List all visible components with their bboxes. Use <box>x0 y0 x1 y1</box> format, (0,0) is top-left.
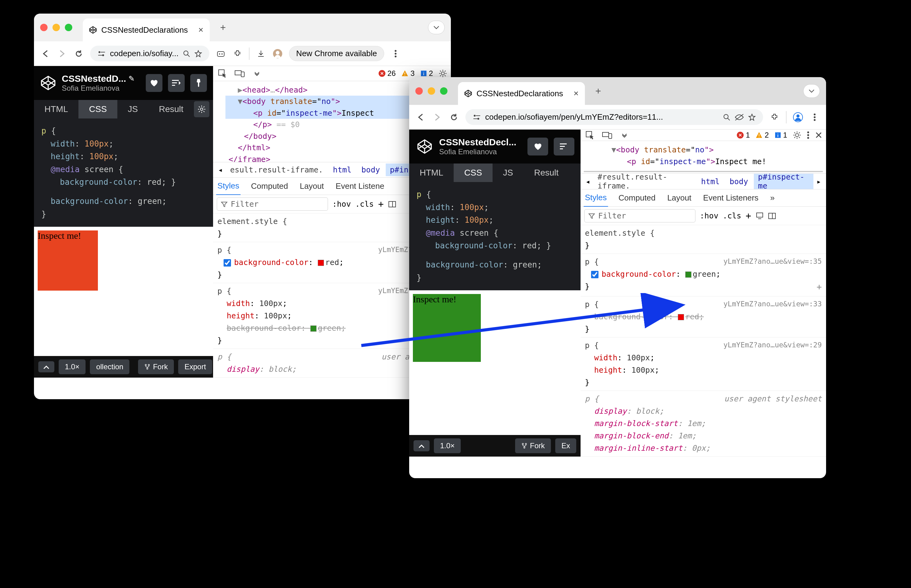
warning-badge[interactable]: 2 <box>755 131 768 139</box>
settings-list-button[interactable] <box>168 74 185 92</box>
zoom-button[interactable]: 1.0× <box>434 438 461 453</box>
browser-menu-icon[interactable] <box>809 112 820 123</box>
hov-toggle[interactable]: :hov <box>332 200 351 208</box>
collection-button[interactable]: ollection <box>90 359 130 374</box>
hov-toggle[interactable]: :hov <box>700 211 718 220</box>
more-tabs-icon[interactable] <box>619 129 630 141</box>
prop-checkbox[interactable] <box>224 259 231 267</box>
subtab-computed[interactable]: Computed <box>250 178 289 195</box>
css-editor[interactable]: p { width: 100px; height: 100px; @media … <box>409 182 580 290</box>
color-swatch-green-icon[interactable] <box>310 325 316 332</box>
color-swatch-green-icon[interactable] <box>685 271 691 278</box>
info-badge[interactable]: 1 <box>775 131 787 139</box>
console-toggle-icon[interactable] <box>38 361 54 372</box>
breadcrumb-iframe[interactable]: #result.result-iframe. <box>593 173 695 189</box>
tab-overflow-icon[interactable] <box>803 84 820 98</box>
subtab-events[interactable]: Event Listene <box>334 178 386 195</box>
error-badge[interactable]: 26 <box>378 69 396 78</box>
tab-result[interactable]: Result <box>149 100 194 118</box>
browser-tab[interactable]: CSSNestedDeclarations × <box>458 82 585 105</box>
profile-icon[interactable] <box>793 112 803 123</box>
emulate-icon[interactable] <box>756 212 764 220</box>
export-button[interactable]: Export <box>178 359 212 374</box>
subtab-more-icon[interactable]: » <box>769 189 776 207</box>
subtab-styles[interactable]: Styles <box>584 189 608 207</box>
warning-badge[interactable]: 3 <box>401 69 415 78</box>
back-icon[interactable] <box>415 112 426 123</box>
minimize-window-icon[interactable] <box>52 24 60 31</box>
css-editor[interactable]: p { width: 100px; height: 100px; @media … <box>34 118 213 227</box>
layout-sidebar-icon[interactable] <box>388 201 396 208</box>
add-prop-icon[interactable]: + <box>817 280 822 294</box>
edit-icon[interactable]: ✎ <box>128 74 135 83</box>
reload-icon[interactable] <box>73 48 84 59</box>
new-tab-icon[interactable]: + <box>595 86 601 97</box>
tab-result[interactable]: Result <box>524 163 569 182</box>
zoom-icon[interactable] <box>183 50 190 57</box>
subtab-layout[interactable]: Layout <box>298 178 325 195</box>
download-icon[interactable] <box>256 48 266 59</box>
pin-button[interactable] <box>190 74 207 92</box>
settings-list-button[interactable] <box>554 137 574 155</box>
extensions-icon[interactable] <box>232 48 243 59</box>
more-tabs-icon[interactable] <box>251 68 263 79</box>
browser-tab[interactable]: CSSNestedDeclarations × <box>83 18 210 41</box>
close-tab-icon[interactable]: × <box>574 89 579 99</box>
subtab-styles[interactable]: Styles <box>216 178 241 195</box>
breadcrumb-html[interactable]: html <box>329 163 356 176</box>
url-input[interactable]: codepen.io/sofiay... <box>90 46 209 61</box>
incognito-eye-icon[interactable] <box>735 113 744 121</box>
subtab-layout[interactable]: Layout <box>666 189 693 207</box>
console-toggle-icon[interactable] <box>413 440 430 451</box>
close-tab-icon[interactable]: × <box>198 25 203 35</box>
heart-button[interactable] <box>527 137 548 155</box>
tab-css[interactable]: CSS <box>454 163 493 182</box>
fork-button[interactable]: Fork <box>515 438 551 453</box>
more-menu-icon[interactable] <box>807 131 809 139</box>
breadcrumb[interactable]: ◂ #result.result-iframe. html body p#ins… <box>580 173 826 189</box>
zoom-icon[interactable] <box>723 113 730 121</box>
inspect-element-icon[interactable] <box>217 68 228 79</box>
filter-input[interactable]: Filter <box>217 197 328 211</box>
site-controls-icon[interactable] <box>97 50 105 57</box>
close-devtools-icon[interactable] <box>815 131 822 139</box>
device-mode-icon[interactable] <box>601 129 613 141</box>
error-badge[interactable]: 1 <box>736 131 750 139</box>
site-controls-icon[interactable] <box>473 114 481 121</box>
bookmark-icon[interactable] <box>195 50 202 57</box>
breadcrumb-body[interactable]: body <box>357 163 384 176</box>
rule-p-green[interactable]: yLmYEmZ?ano…ue&view=:35 p { background-c… <box>580 254 826 296</box>
tab-css[interactable]: CSS <box>78 100 117 118</box>
tab-html[interactable]: HTML <box>409 163 454 182</box>
close-window-icon[interactable] <box>40 24 47 31</box>
breadcrumb-body[interactable]: body <box>725 175 752 188</box>
gear-icon[interactable] <box>439 69 447 78</box>
gear-icon[interactable] <box>793 131 801 139</box>
breadcrumb-html[interactable]: html <box>697 175 724 188</box>
bookmark-icon[interactable] <box>748 113 756 121</box>
add-rule-icon[interactable]: + <box>746 210 751 221</box>
cls-toggle[interactable]: .cls <box>723 211 741 220</box>
tab-js[interactable]: JS <box>117 100 149 118</box>
zoom-button[interactable]: 1.0× <box>59 359 86 374</box>
scrollbar[interactable] <box>584 171 823 173</box>
filter-input[interactable]: Filter <box>584 209 695 223</box>
info-badge[interactable]: 2 <box>420 69 433 78</box>
url-input[interactable]: codepen.io/sofiayem/pen/yLmYEmZ?editors=… <box>465 109 763 125</box>
close-window-icon[interactable] <box>415 87 423 95</box>
breadcrumb-selected[interactable]: p#inspect-me <box>754 173 814 189</box>
dom-tree[interactable]: ▼<body translate="no"> <p id="inspect-me… <box>580 141 826 170</box>
heart-button[interactable] <box>146 74 162 92</box>
fork-button[interactable]: Fork <box>138 359 174 374</box>
add-rule-icon[interactable]: + <box>378 199 384 210</box>
maximize-window-icon[interactable] <box>65 24 72 31</box>
browser-menu-icon[interactable] <box>390 48 401 59</box>
layout-sidebar-icon[interactable] <box>768 213 776 219</box>
rule-p-dims[interactable]: yLmYEmZ?ano…ue&view=:29 p { width: 100px… <box>580 338 826 391</box>
extensions-icon[interactable] <box>769 112 780 123</box>
maximize-window-icon[interactable] <box>440 87 447 95</box>
chrome-update-chip[interactable]: New Chrome available <box>289 46 384 61</box>
back-icon[interactable] <box>40 48 51 59</box>
tab-html[interactable]: HTML <box>34 100 78 118</box>
cls-toggle[interactable]: .cls <box>355 200 374 208</box>
